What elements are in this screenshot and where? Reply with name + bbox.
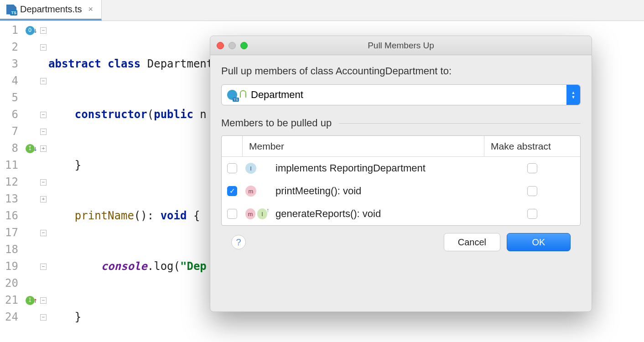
target-class-label: Department: [251, 89, 303, 101]
class-ts-icon: [227, 90, 237, 100]
fold-toggle[interactable]: −: [40, 230, 47, 236]
members-table: Member Make abstract I implements Report…: [221, 135, 581, 226]
line-number-gutter: 1 2 3 4 5 6 7 8 11 12 13 16 17 18 19 20 …: [0, 21, 23, 342]
target-class-select[interactable]: Department: [221, 84, 581, 105]
gutter-marks: O↓ I↓ I↑: [23, 21, 40, 342]
table-row[interactable]: I implements ReportingDepartment: [222, 157, 580, 180]
interface-ts-icon: I: [245, 163, 256, 174]
file-tab[interactable]: Departments.ts ×: [0, 0, 102, 21]
tab-bar: Departments.ts ×: [0, 0, 644, 21]
table-row[interactable]: mI↑ generateReports(): void: [222, 202, 580, 225]
stepper-icon[interactable]: [566, 85, 580, 105]
close-icon[interactable]: ×: [88, 5, 93, 14]
section-label: Members to be pulled up: [221, 117, 332, 129]
table-header: Member Make abstract: [222, 136, 580, 157]
row-checkbox[interactable]: ✓: [227, 186, 237, 196]
member-label: generateReports(): void: [272, 208, 484, 220]
implements-up-icon[interactable]: I: [26, 296, 35, 305]
up-arrow-icon: ↑: [266, 207, 269, 213]
fold-toggle[interactable]: −: [40, 129, 47, 135]
interface-icon[interactable]: I: [26, 144, 35, 153]
row-checkbox[interactable]: [227, 163, 237, 173]
column-make-abstract[interactable]: Make abstract: [484, 141, 580, 152]
fold-toggle[interactable]: −: [40, 264, 47, 270]
abstract-checkbox[interactable]: [527, 209, 537, 219]
fold-toggle[interactable]: −: [40, 78, 47, 84]
override-down-icon[interactable]: O: [26, 26, 35, 35]
dialog-titlebar[interactable]: Pull Members Up: [210, 36, 592, 55]
fold-gutter: − − − − − + − + − − − −: [40, 21, 48, 342]
member-label: printMeeting(): void: [272, 185, 484, 197]
method-icon: m: [245, 186, 256, 197]
dialog-subtitle: Pull up members of class AccountingDepar…: [221, 65, 581, 77]
column-member[interactable]: Member: [243, 136, 484, 156]
help-button[interactable]: ?: [231, 235, 246, 249]
typescript-file-icon: [6, 5, 16, 15]
pull-members-up-dialog: Pull Members Up Pull up members of class…: [210, 36, 592, 312]
cancel-button[interactable]: Cancel: [444, 233, 500, 251]
fold-toggle[interactable]: −: [40, 112, 47, 118]
fold-toggle[interactable]: −: [40, 44, 47, 51]
fold-toggle[interactable]: −: [40, 179, 47, 186]
member-label: implements ReportingDepartment: [272, 162, 484, 174]
method-icon: m: [245, 208, 255, 219]
row-checkbox[interactable]: [227, 209, 237, 219]
ok-button[interactable]: OK: [507, 233, 571, 251]
table-row[interactable]: ✓ m printMeeting(): void: [222, 180, 580, 202]
fold-toggle[interactable]: −: [40, 27, 47, 34]
abstract-checkbox[interactable]: [527, 163, 537, 173]
file-tab-label: Departments.ts: [20, 4, 82, 15]
abstract-checkbox[interactable]: [527, 186, 537, 196]
unlock-icon: [240, 90, 246, 98]
fold-toggle[interactable]: −: [40, 297, 47, 304]
fold-toggle[interactable]: −: [40, 314, 47, 321]
divider: [339, 123, 581, 124]
implements-icon: I: [257, 208, 267, 219]
fold-toggle[interactable]: +: [40, 196, 47, 202]
dialog-title: Pull Members Up: [210, 41, 592, 51]
fold-toggle[interactable]: +: [40, 145, 47, 152]
